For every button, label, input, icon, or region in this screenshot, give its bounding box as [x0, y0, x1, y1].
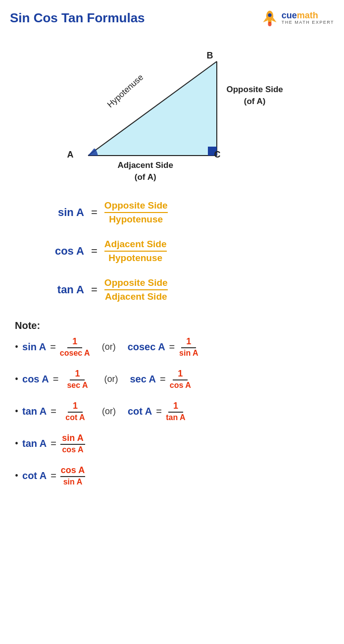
note-sin-frac: 1 cosec A	[60, 336, 90, 358]
note-sec-frac: 1 cos A	[170, 369, 191, 390]
formula-sin-lhs: sin A	[30, 206, 84, 219]
header: Sin Cos Tan Formulas cuemath THE MATH EX…	[0, 0, 344, 32]
note-cot2-frac-den: sin A	[60, 477, 85, 486]
vertex-c-label: C	[214, 150, 221, 160]
note-item-cot-cossin: • cot A = cos A sin A	[15, 465, 329, 486]
triangle-svg	[58, 37, 286, 180]
note-item-tan-sincos: • tan A = sin A cos A	[15, 433, 329, 454]
note-tan2-frac: sin A cos A	[60, 433, 85, 454]
rocket-icon	[261, 9, 279, 27]
note-cos-lhs: cos A	[22, 374, 49, 385]
formula-cos-eq: =	[91, 245, 98, 258]
svg-point-3	[268, 13, 271, 17]
formula-tan-eq: =	[91, 283, 98, 296]
formula-row-cos: cos A = Adjacent Side Hypotenuse	[30, 239, 314, 264]
note-item-sin: • sin A = 1 cosec A (or) cosec A = 1 sin…	[15, 336, 329, 358]
formula-tan-fraction: Opposite Side Adjacent Side	[104, 277, 168, 302]
page-title: Sin Cos Tan Formulas	[10, 10, 145, 26]
formula-cos-fraction: Adjacent Side Hypotenuse	[104, 239, 167, 264]
formula-cos-denominator: Hypotenuse	[106, 252, 165, 264]
note-item-cos: • cos A = 1 sec A (or) sec A = 1 cos A	[15, 369, 329, 390]
formula-tan-numerator: Opposite Side	[104, 277, 168, 290]
note-sec-eq: =	[160, 374, 166, 385]
note-cot2-frac: cos A sin A	[60, 465, 85, 486]
formula-sin-denominator: Hypotenuse	[106, 213, 166, 225]
note-tan-frac: 1 cot A	[60, 401, 90, 422]
svg-point-5	[268, 22, 271, 26]
note-sec-frac-num: 1	[173, 369, 188, 380]
vertex-b-label: B	[207, 51, 213, 61]
note-tan2-frac-num: sin A	[60, 433, 85, 445]
note-cot-frac: 1 tan A	[166, 401, 186, 422]
formula-row-tan: tan A = Opposite Side Adjacent Side	[30, 277, 314, 302]
note-tan-or: (or)	[97, 406, 121, 417]
formula-tan-lhs: tan A	[30, 283, 84, 296]
note-cot-lhs: cot A	[128, 406, 152, 417]
logo: cuemath THE MATH EXPERT	[261, 9, 334, 27]
note-cos-frac: 1 sec A	[62, 369, 92, 390]
note-sin-lhs: sin A	[22, 341, 46, 353]
formula-sin-numerator: Opposite Side	[104, 200, 168, 213]
formulas-section: sin A = Opposite Side Hypotenuse cos A =…	[0, 195, 344, 302]
note-sec-lhs: sec A	[130, 374, 156, 385]
note-sin-frac-num: 1	[67, 336, 82, 348]
vertex-a-label: A	[67, 150, 74, 160]
logo-subtitle: THE MATH EXPERT	[282, 20, 334, 25]
logo-cue-text: cuemath	[282, 11, 334, 20]
bullet-4: •	[15, 438, 18, 449]
note-cosec-frac-num: 1	[181, 336, 196, 348]
note-tan-lhs: tan A	[22, 406, 47, 417]
note-cosec-frac: 1 sin A	[179, 336, 198, 358]
note-sin-frac-den: cosec A	[60, 348, 90, 358]
note-cos-or: (or)	[99, 374, 123, 384]
formula-row-sin: sin A = Opposite Side Hypotenuse	[30, 200, 314, 225]
note-tan2-lhs: tan A	[22, 438, 47, 449]
formula-cos-lhs: cos A	[30, 245, 84, 258]
note-section: Note: • sin A = 1 cosec A (or) cosec A =…	[0, 316, 344, 486]
note-cosec-lhs: cosec A	[128, 341, 165, 353]
triangle-diagram: B A C Hypotenuse Opposite Side(of A) Adj…	[0, 32, 344, 195]
adjacent-label: Adjacent Side(of A)	[118, 160, 173, 183]
bullet-3: •	[15, 406, 18, 417]
note-cos-frac-den: sec A	[62, 380, 92, 390]
formula-sin-eq: =	[91, 206, 98, 219]
note-tan2-frac-den: cos A	[60, 445, 85, 454]
note-cos-eq: =	[53, 374, 59, 385]
note-cot-frac-num: 1	[168, 401, 183, 413]
note-tan-frac-den: cot A	[60, 413, 90, 422]
note-sin-or: (or)	[97, 342, 121, 352]
note-tan2-eq: =	[50, 438, 56, 449]
formula-tan-denominator: Adjacent Side	[105, 290, 167, 302]
note-cot2-lhs: cot A	[22, 470, 47, 482]
note-label: Note:	[15, 320, 329, 331]
note-cosec-eq: =	[169, 341, 175, 353]
note-item-tan: • tan A = 1 cot A (or) cot A = 1 tan A	[15, 401, 329, 422]
bullet-1: •	[15, 341, 18, 353]
note-cos-frac-num: 1	[70, 369, 85, 380]
note-cot2-eq: =	[50, 470, 56, 482]
note-sec-frac-den: cos A	[170, 380, 191, 390]
formula-cos-numerator: Adjacent Side	[104, 239, 167, 252]
note-tan-eq: =	[50, 406, 56, 417]
opposite-label: Opposite Side(of A)	[227, 84, 283, 107]
note-tan-frac-num: 1	[68, 401, 83, 413]
note-cot2-frac-num: cos A	[60, 465, 85, 477]
note-sin-eq: =	[50, 341, 56, 353]
bullet-2: •	[15, 374, 18, 385]
note-cot-frac-den: tan A	[166, 413, 186, 422]
note-cosec-frac-den: sin A	[179, 348, 198, 358]
note-cot-eq: =	[156, 406, 162, 417]
formula-sin-fraction: Opposite Side Hypotenuse	[104, 200, 168, 225]
bullet-5: •	[15, 470, 18, 482]
